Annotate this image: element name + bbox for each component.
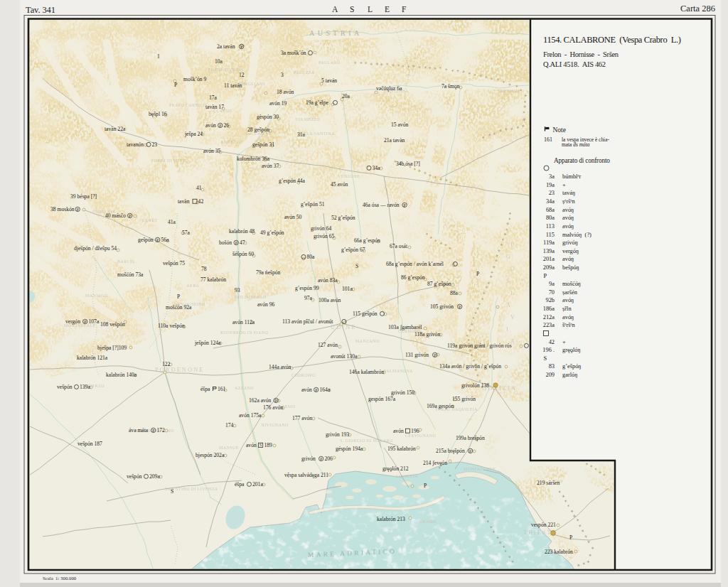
svg-text:34a: 34a (546, 198, 555, 205)
svg-text:O: O (510, 266, 515, 272)
svg-text:77 kalabrón: 77 kalabrón (200, 276, 226, 283)
svg-text:146a kalambrón: 146a kalambrón (349, 369, 384, 375)
svg-text:bošón: bošón (219, 239, 232, 246)
svg-text:P: P (177, 294, 180, 300)
svg-text:búmblᵉr: búmblᵉr (562, 173, 582, 180)
svg-text:28 gešpón: 28 gešpón (247, 126, 269, 133)
svg-text:100a avón: 100a avón (318, 297, 341, 303)
svg-text:avón: avón (246, 442, 257, 448)
svg-text:kalabrón 213: kalabrón 213 (377, 516, 405, 522)
svg-text:Frelon - Hornisse - Sršen: Frelon - Hornisse - Sršen (543, 50, 619, 58)
svg-text:PALUZZA: PALUZZA (294, 70, 315, 75)
svg-text:avóŋ: avóŋ (562, 297, 574, 303)
svg-text:L: L (510, 290, 514, 296)
svg-text:FORNI DI SOTTO: FORNI DI SOTTO (151, 158, 188, 163)
svg-text:139a: 139a (80, 384, 90, 390)
svg-text:A: A (506, 302, 510, 308)
svg-text:ARBA: ARBA (186, 284, 200, 288)
svg-text:174: 174 (225, 422, 234, 429)
svg-text:97a: 97a (304, 295, 313, 301)
svg-text:G: G (506, 254, 510, 260)
svg-text:70: 70 (549, 289, 555, 296)
svg-text:Tav. 341: Tav. 341 (26, 5, 55, 15)
svg-text:U: U (510, 242, 515, 248)
svg-text:223 kalabrón: 223 kalabrón (545, 549, 573, 555)
svg-text:AUSTRIA: AUSTRIA (309, 29, 363, 37)
svg-text:219 sáršen: 219 sáršen (537, 480, 560, 486)
svg-text:164a: 164a (320, 387, 331, 393)
svg-text:68a gʼespón / avón kʼarnél: 68a gʼespón / avón kʼarnél (386, 261, 444, 267)
svg-text:18 avón: 18 avón (277, 89, 294, 95)
svg-text:gèspón 30: gèspón 30 (257, 114, 279, 120)
svg-text:199a brešpón: 199a brešpón (456, 435, 485, 441)
svg-text:avóŋ: avóŋ (562, 223, 574, 230)
svg-text:P: P (424, 483, 427, 489)
svg-text:MONFALCONE: MONFALCONE (464, 467, 496, 471)
svg-text:bjespón 202a: bjespón 202a (196, 452, 225, 458)
svg-text:34a: 34a (373, 165, 381, 171)
svg-text:grivón 193: grivón 193 (326, 431, 349, 438)
svg-text:gręǫlóŋ: gręǫlóŋ (562, 347, 581, 353)
svg-text:155 grivón: 155 grivón (452, 396, 476, 402)
svg-text:avonút 130a: avonút 130a (331, 353, 358, 360)
svg-text:56a: 56a (161, 237, 170, 243)
svg-text:S: S (259, 443, 262, 447)
svg-text:gʼešpón 51: gʼešpón 51 (301, 201, 325, 208)
svg-text:vespón 221: vespón 221 (531, 522, 556, 528)
svg-text:šᵉršᵉn: šᵉršᵉn (562, 322, 576, 328)
svg-text:+: + (562, 182, 566, 188)
svg-text:176 avón: 176 avón (263, 404, 283, 411)
svg-text:MANZANO: MANZANO (355, 339, 380, 343)
svg-text:CERVIGNANO: CERVIGNANO (405, 433, 436, 438)
svg-text:avóŋ: avóŋ (562, 314, 574, 321)
svg-text:vešpón: vešpón (127, 473, 142, 480)
svg-text:gʼespón 44a: gʼespón 44a (279, 178, 306, 184)
svg-text:P: P (476, 271, 479, 277)
svg-text:83: 83 (549, 363, 555, 370)
svg-text:209a: 209a (543, 264, 555, 271)
svg-text:119a: 119a (543, 239, 555, 246)
svg-text:41: 41 (196, 185, 202, 191)
svg-text:kalabrón 140a: kalabrón 140a (106, 372, 137, 378)
svg-text:49 gʼešpón: 49 gʼešpón (260, 230, 284, 236)
svg-text:19a gʼélpe: 19a gʼélpe (306, 99, 328, 106)
svg-text:23: 23 (152, 141, 158, 148)
svg-text:172: 172 (157, 427, 166, 433)
svg-text:grivolón 138: grivolón 138 (461, 382, 489, 389)
svg-text:87 gʼešpón: 87 gʼešpón (427, 281, 451, 287)
svg-text:122: 122 (162, 361, 171, 367)
svg-text:ROVEREDO IN PIANO: ROVEREDO IN PIANO (220, 330, 268, 335)
svg-text:avón 175a: avón 175a (239, 412, 262, 419)
svg-text:103a ʃgambarél: 103a ʃgambarél (388, 324, 422, 330)
svg-text:bęšpl 16: bęšpl 16 (149, 111, 167, 117)
svg-text:avón 112a: avón 112a (232, 319, 255, 325)
svg-text:TARVISIO: TARVISIO (498, 89, 520, 93)
svg-text:88a: 88a (450, 290, 459, 296)
svg-text:mošćóŋ: mošćóŋ (562, 281, 581, 287)
svg-text:195 kalabrón: 195 kalabrón (387, 446, 416, 452)
svg-text:161: 161 (218, 386, 226, 392)
svg-text:CLAUT: CLAUT (142, 218, 158, 222)
svg-text:118a grivón: 118a grivón (414, 331, 440, 338)
svg-text:39 béspa [?]: 39 béspa [?] (70, 193, 97, 200)
svg-text:taváŋ: taváŋ (562, 190, 575, 196)
svg-text:P: P (152, 429, 154, 433)
svg-text:21a tavàn: 21a tavàn (384, 137, 405, 144)
svg-text:mošćón 73a: mošćón 73a (117, 271, 144, 278)
svg-text:134a avón / grivón / gʼešpón: 134a avón / grivón / gʼešpón (439, 363, 501, 370)
svg-text:9a: 9a (549, 281, 555, 287)
svg-text:P: P (77, 208, 79, 212)
svg-text:Q.ALI 4518. AIS 462: Q.ALI 4518. AIS 462 (543, 60, 606, 68)
svg-text:212a: 212a (543, 314, 555, 321)
svg-text:113 avón pîčul / avonút: 113 avón pîčul / avonút (282, 318, 333, 325)
svg-text:42: 42 (198, 198, 204, 205)
svg-text:P: P (544, 273, 547, 279)
svg-text:P: P (569, 534, 572, 541)
svg-text:47: 47 (240, 239, 245, 246)
svg-text:AZZANO: AZZANO (235, 386, 254, 390)
svg-text:șaršén: șaršén (562, 289, 578, 296)
svg-text:P: P (275, 399, 277, 403)
svg-text:vergóŋ: vergóŋ (562, 248, 579, 254)
svg-text:P: P (84, 320, 86, 324)
svg-text:186a: 186a (543, 306, 555, 312)
